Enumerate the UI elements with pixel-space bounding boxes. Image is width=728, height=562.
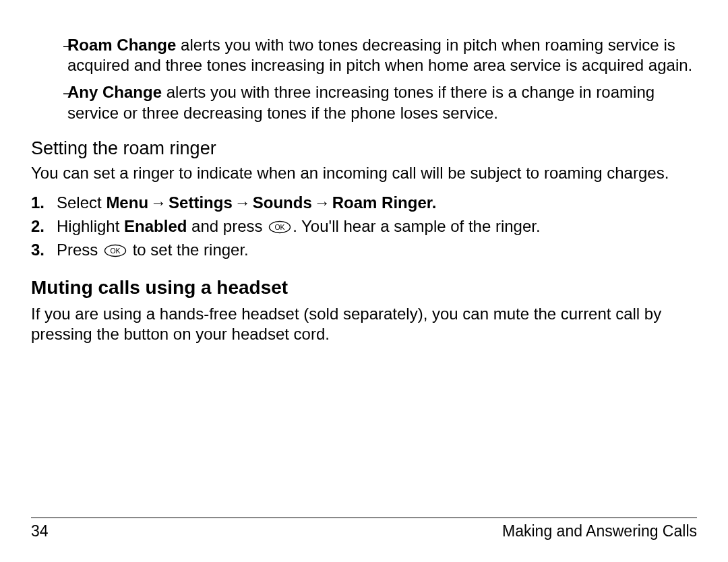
step-text: Highlight — [57, 217, 124, 235]
sub-bullet-list: – Roam Change alerts you with two tones … — [31, 35, 697, 123]
numbered-steps: 1. Select Menu→Settings→Sounds→Roam Ring… — [31, 191, 697, 261]
list-item-lead: Roam Change — [67, 36, 176, 54]
list-item: – Any Change alerts you with three incre… — [31, 82, 697, 123]
subheading: Setting the roam ringer — [31, 138, 697, 159]
paragraph-headset: If you are using a hands-free headset (s… — [31, 304, 697, 344]
arrow-icon: → — [314, 193, 330, 212]
menu-path-item: Sounds — [253, 193, 312, 212]
menu-path-item: Roam Ringer. — [332, 193, 437, 212]
step-text: Select — [57, 193, 106, 212]
document-page: – Roam Change alerts you with two tones … — [0, 0, 728, 562]
list-item: – Roam Change alerts you with two tones … — [31, 35, 697, 75]
page-footer: 34 Making and Answering Calls — [31, 518, 697, 540]
svg-text:OK: OK — [110, 247, 120, 255]
list-item-body: Any Change alerts you with three increas… — [67, 82, 697, 123]
step-1: 1. Select Menu→Settings→Sounds→Roam Ring… — [31, 191, 697, 215]
step-body: Select Menu→Settings→Sounds→Roam Ringer. — [57, 191, 697, 215]
list-item-lead: Any Change — [67, 83, 162, 101]
arrow-icon: → — [150, 193, 166, 212]
menu-path-item: Menu — [106, 193, 148, 212]
step-text: Press — [57, 241, 102, 259]
step-2: 2. Highlight Enabled and press OK . You'… — [31, 215, 697, 239]
step-text: to set the ringer. — [128, 241, 249, 259]
step-body: Press OK to set the ringer. — [57, 239, 697, 262]
step-number: 1. — [31, 191, 57, 215]
footer-rule — [31, 518, 697, 518]
step-number: 3. — [31, 239, 57, 262]
list-item-body: Roam Change alerts you with two tones de… — [67, 35, 697, 75]
menu-path-item: Settings — [169, 193, 233, 212]
step-number: 2. — [31, 215, 57, 239]
step-text: and press — [187, 217, 267, 235]
ok-button-icon: OK — [268, 220, 291, 234]
step-3: 3. Press OK to set the ringer. — [31, 239, 697, 262]
chapter-title: Making and Answering Calls — [502, 522, 697, 540]
svg-text:OK: OK — [275, 223, 285, 231]
ok-button-icon: OK — [104, 244, 127, 257]
dash-icon: – — [31, 35, 67, 75]
step-body: Highlight Enabled and press OK . You'll … — [57, 215, 697, 239]
page-number: 34 — [31, 522, 49, 540]
step-text: . You'll hear a sample of the ringer. — [293, 217, 541, 235]
dash-icon: – — [31, 82, 67, 123]
step-bold: Enabled — [124, 217, 187, 235]
section-heading: Muting calls using a headset — [31, 277, 697, 299]
arrow-icon: → — [235, 193, 251, 212]
paragraph-roam-ringer: You can set a ringer to indicate when an… — [31, 163, 697, 183]
